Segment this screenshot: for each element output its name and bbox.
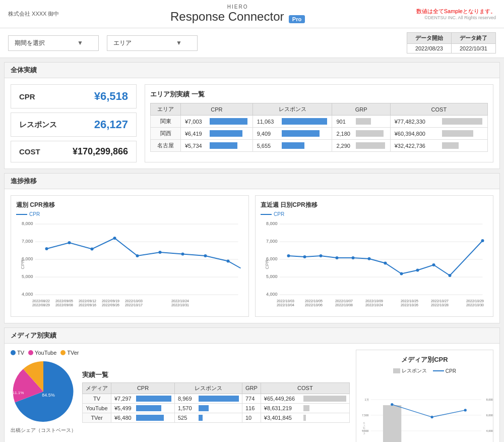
media-left-panel: TV YouTube TVer [11,350,350,442]
period-dropdown[interactable]: 期間を選択 ▼ [8,35,99,51]
svg-text:CPR: CPR [20,259,25,269]
area-table-row: 関東 ¥7,003 11,063 901 ¥77,482,330 [151,116,488,128]
svg-point-52 [432,263,435,266]
tver-cpr-dot [464,409,466,411]
pie-chart-svg: 84.5% 11.1% [11,359,76,424]
kpi-response: レスポンス 26,127 [11,113,137,137]
svg-point-49 [384,262,387,265]
filter-controls: 期間を選択 ▼ エリア ▼ [8,35,198,51]
media-cost-h: COST [261,382,349,394]
pro-badge: Pro [289,15,305,23]
tv-cpr-dot [391,403,393,406]
period-arrow-icon: ▼ [77,39,83,46]
response-col-header: レスポンス [253,103,332,116]
media-cpr-h: CPR [111,382,175,394]
date-range-table: データ開始 データ終了 2022/08/23 2022/10/31 [407,32,496,53]
svg-text:CPR: CPR [265,259,270,269]
weekly-legend-line [16,214,27,215]
tv-legend: TV [11,350,24,356]
svg-text:84.5%: 84.5% [42,393,55,398]
tver-legend-dot [60,350,66,355]
tver-legend: TVer [60,350,79,356]
notice-text: 数値は全てSampleとなります。 [416,8,496,15]
svg-text:5,000: 5,000 [22,274,33,279]
svg-text:2022/10/24: 2022/10/24 [171,299,189,303]
media-table: メディア CPR レスポンス GRP COST TV ¥7,297 [82,382,350,423]
kpi-cost-label: COST [19,147,40,156]
media-col-h: メディア [83,382,111,394]
svg-point-19 [227,260,230,263]
copyright-text: ©DENTSU INC. All Rights reserved [416,15,496,20]
media-table-row: TV ¥7,297 8,969 774 ¥65,449,266 [83,394,350,403]
svg-text:2022/10/08: 2022/10/08 [335,303,353,307]
svg-point-11 [45,247,48,250]
media-cpr-chart: メディア別CPR レスポンス CPR 1万 7,500 5,000 2,500 … [356,350,493,442]
svg-text:5,000: 5,000 [266,274,278,279]
tver-legend-label: TVer [67,350,79,356]
media-cpr-chart-title: メディア別CPR [361,355,488,364]
tv-response-bar [383,405,401,442]
area-table-panel: エリア別実績 一覧 エリア CPR レスポンス GRP COST 関東 ¥7,0… [145,84,493,162]
svg-text:2022/10/28: 2022/10/28 [431,303,449,307]
area-table-title: エリア別実績 一覧 [150,90,488,99]
svg-point-16 [159,251,162,254]
kpi-cost: COST ¥170,299,866 [11,141,137,162]
svg-point-45 [320,254,323,257]
svg-text:4,000: 4,000 [486,429,493,432]
svg-point-18 [204,254,207,257]
kpi-response-value: 26,127 [94,118,128,131]
svg-text:2022/10/30: 2022/10/30 [466,303,484,307]
brand-name: HIERO [170,4,305,10]
kpi-cpr-value: ¥6,518 [94,90,128,103]
date-end-value: 2022/10/31 [451,44,495,53]
svg-text:4,000: 4,000 [22,292,33,297]
media-table-title: 実績一覧 [82,370,350,379]
youtube-legend: YouTube [28,350,56,356]
tv-legend-dot [11,350,16,355]
svg-text:2022/10/04: 2022/10/04 [277,303,294,307]
overall-content: CPR ¥6,518 レスポンス 26,127 COST ¥170,299,86… [5,78,499,169]
svg-text:2022/09/08: 2022/09/08 [55,303,73,307]
cpr-legend-label: CPR [446,368,456,374]
svg-text:2022/10/03: 2022/10/03 [125,299,143,303]
response-legend: レスポンス [393,367,427,374]
date-start-value: 2022/08/23 [407,44,451,53]
svg-text:6,000: 6,000 [486,414,493,417]
response-legend-label: レスポンス [402,367,427,374]
tv-legend-label: TV [17,350,24,356]
weekly-legend-label: CPR [29,211,40,217]
pie-legend: TV YouTube TVer [11,350,350,356]
kpi-response-label: レスポンス [19,120,57,130]
pie-chart-container: 84.5% 11.1% 出稿シェア（コストベース） [11,359,76,434]
pie-share-label: 出稿シェア（コストベース） [11,427,76,434]
pie-and-table: 84.5% 11.1% 出稿シェア（コストベース） 実績一覧 メディア CPR … [11,359,350,434]
svg-text:2022/10/25: 2022/10/25 [401,299,418,303]
media-table-row: TVer ¥6,480 525 10 ¥3,401,845 [83,413,350,422]
media-section: メディア別実績 TV YouTube TVer [4,327,500,442]
svg-text:2022/09/12: 2022/09/12 [79,299,96,303]
cost-col-header: COST [390,103,487,116]
area-dropdown[interactable]: エリア ▼ [107,35,198,51]
svg-text:2022/10/06: 2022/10/06 [305,303,323,307]
media-grp-h: GRP [242,382,261,394]
svg-point-53 [449,274,452,277]
svg-text:7,000: 7,000 [22,239,33,244]
area-col-header: エリア [151,103,181,116]
svg-text:レスポンス: レスポンス [362,422,365,434]
area-table: エリア CPR レスポンス GRP COST 関東 ¥7,003 11,063 [150,103,488,152]
cpr-col-header: CPR [181,103,253,116]
weekly-chart-svg: 8,000 7,000 6,000 5,000 4,000 CPR [16,219,243,310]
daily-chart-title: 直近週 日別CPR推移 [261,201,488,209]
svg-point-12 [68,241,71,244]
svg-text:2022/10/05: 2022/10/05 [305,299,323,303]
svg-text:1万: 1万 [364,398,368,401]
media-table-row: YouTube ¥5,499 1,570 116 ¥8,631,219 [83,403,350,413]
kpi-panel: CPR ¥6,518 レスポンス 26,127 COST ¥170,299,86… [11,84,137,162]
date-end-header: データ終了 [451,33,495,44]
area-label: エリア [113,39,132,47]
youtube-legend-dot [28,350,33,355]
svg-text:2022/09/16: 2022/09/16 [79,303,96,307]
page-header: 株式会社 XXXX 御中 HIERO Response Connector Pr… [0,0,504,28]
svg-point-44 [303,255,306,258]
svg-text:8,000: 8,000 [22,221,33,226]
